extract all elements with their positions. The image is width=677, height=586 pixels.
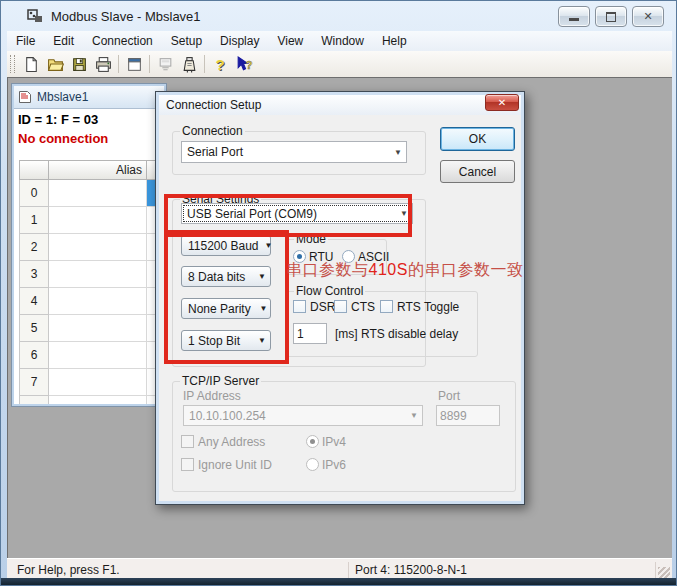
rts-delay-input[interactable] <box>293 323 327 344</box>
connection-group-label: Connection <box>180 124 245 138</box>
port-input <box>436 405 500 426</box>
cts-checkbox[interactable] <box>334 300 347 313</box>
status-help-text: For Help, press F1. <box>7 563 120 577</box>
ipv6-radio <box>306 458 319 471</box>
alias-cell[interactable] <box>49 180 147 207</box>
menu-view[interactable]: View <box>268 32 312 50</box>
new-document-button[interactable] <box>19 53 43 75</box>
restore-button[interactable] <box>595 6 627 27</box>
print-icon <box>95 56 112 73</box>
toolbar: ? ? <box>7 51 672 78</box>
table-row: 6 <box>19 342 157 369</box>
display-definition-button[interactable] <box>122 53 146 75</box>
close-icon: ✕ <box>643 11 652 22</box>
menu-edit[interactable]: Edit <box>44 32 83 50</box>
save-file-button[interactable] <box>67 53 91 75</box>
open-file-button[interactable] <box>43 53 67 75</box>
alias-cell[interactable] <box>49 369 147 396</box>
table-row: 8 <box>19 396 157 406</box>
communication-traffic-icon <box>181 56 198 73</box>
dialog-title: Connection Setup <box>159 98 261 112</box>
alias-cell[interactable] <box>49 342 147 369</box>
ignore-unit-id-label: Ignore Unit ID <box>198 458 272 472</box>
alias-cell[interactable] <box>49 396 147 406</box>
toolbar-separator <box>118 55 119 73</box>
grid-header-row: Alias <box>19 160 157 180</box>
help-button[interactable]: ? <box>208 53 232 75</box>
dialog-titlebar[interactable]: Connection Setup <box>159 95 521 115</box>
alias-cell[interactable] <box>49 234 147 261</box>
cancel-button[interactable]: Cancel <box>440 160 515 183</box>
minimize-button[interactable] <box>558 6 590 27</box>
annotation-suffix: 的串口参数一致 <box>408 261 524 278</box>
communication-traffic-button[interactable] <box>177 53 201 75</box>
grid-corner-header[interactable] <box>19 160 49 180</box>
poll-definition-button[interactable] <box>153 53 177 75</box>
dsr-checkbox[interactable] <box>293 300 306 313</box>
menu-help[interactable]: Help <box>373 32 416 50</box>
menu-file[interactable]: File <box>7 32 44 50</box>
menu-setup[interactable]: Setup <box>162 32 211 50</box>
annotation-highlight: 410S <box>369 261 408 278</box>
row-header[interactable]: 2 <box>19 234 49 261</box>
rts-toggle-checkbox-label[interactable]: RTS Toggle <box>397 300 459 314</box>
help-icon: ? <box>215 56 224 73</box>
connection-status-text: No connection <box>14 129 164 148</box>
context-help-icon: ? <box>235 56 254 73</box>
table-row: 4 <box>19 288 157 315</box>
statusbar-separator <box>655 562 656 578</box>
table-row: 5 <box>19 315 157 342</box>
table-row: 1 <box>19 207 157 234</box>
toolbar-grip[interactable] <box>10 55 15 73</box>
alias-cell[interactable] <box>49 207 147 234</box>
row-header[interactable]: 3 <box>19 261 49 288</box>
row-header[interactable]: 5 <box>19 315 49 342</box>
menu-connection[interactable]: Connection <box>83 32 162 50</box>
save-file-icon <box>71 56 88 73</box>
document-icon <box>18 90 32 104</box>
alias-cell[interactable] <box>49 261 147 288</box>
connection-type-dropdown[interactable]: Serial Port ▼ <box>181 141 407 163</box>
toolbar-separator <box>149 55 150 73</box>
row-header[interactable]: 1 <box>19 207 49 234</box>
close-icon: ✕ <box>498 98 506 108</box>
alias-cell[interactable] <box>49 288 147 315</box>
alias-column-header[interactable]: Alias <box>49 160 147 180</box>
context-help-button[interactable]: ? <box>232 53 256 75</box>
minimize-icon <box>569 18 579 21</box>
ip-address-value: 10.10.100.254 <box>184 409 406 423</box>
close-button[interactable]: ✕ <box>632 6 664 27</box>
window-frame-bottom <box>1 578 677 585</box>
display-definition-icon <box>126 56 143 73</box>
row-header[interactable]: 4 <box>19 288 49 315</box>
menu-display[interactable]: Display <box>211 32 268 50</box>
svg-text:?: ? <box>245 57 252 70</box>
menu-window[interactable]: Window <box>312 32 373 50</box>
alias-cell[interactable] <box>49 315 147 342</box>
cts-checkbox-label[interactable]: CTS <box>351 300 375 314</box>
annotation-text: 串口参数与410S的串口参数一致 <box>286 260 523 281</box>
dialog-close-button[interactable]: ✕ <box>485 94 519 111</box>
document-titlebar[interactable]: Mbslave1 <box>14 86 164 109</box>
slave-id-function-text: ID = 1: F = 03 <box>14 109 164 129</box>
cancel-button-label: Cancel <box>459 165 496 179</box>
connection-setup-dialog: Connection Setup ✕ Connection Serial Por… <box>155 91 525 505</box>
ip-address-dropdown: 10.10.100.254 ▼ <box>183 405 423 426</box>
tcpip-server-group-label: TCP/IP Server <box>180 374 261 388</box>
row-header[interactable]: 7 <box>19 369 49 396</box>
print-button[interactable] <box>91 53 115 75</box>
row-header[interactable]: 6 <box>19 342 49 369</box>
ok-button-label: OK <box>469 132 486 146</box>
dsr-checkbox-label[interactable]: DSR <box>310 300 335 314</box>
ip-address-label: IP Address <box>183 389 241 403</box>
ipv4-radio <box>306 435 319 448</box>
chevron-down-icon: ▼ <box>406 411 422 420</box>
row-header[interactable]: 0 <box>19 180 49 207</box>
statusbar-separator <box>348 562 349 578</box>
rts-toggle-checkbox[interactable] <box>380 300 393 313</box>
any-address-checkbox <box>181 435 194 448</box>
register-grid: Alias 0 1 2 3 4 <box>19 160 157 406</box>
ok-button[interactable]: OK <box>440 127 515 151</box>
toolbar-separator <box>204 55 205 73</box>
row-header[interactable]: 8 <box>19 396 49 406</box>
